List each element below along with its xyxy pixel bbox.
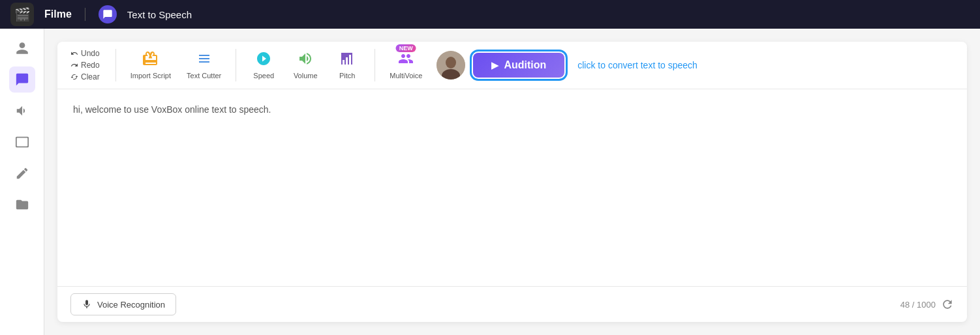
- text-cutter-icon: [196, 51, 212, 69]
- pitch-button[interactable]: Pitch: [328, 47, 367, 83]
- multivoice-label: MultiVoice: [390, 72, 422, 80]
- volume-label: Volume: [294, 72, 318, 80]
- sidebar: [0, 29, 44, 335]
- editor-text: hi, welcome to use VoxBox online text to…: [73, 104, 271, 115]
- play-icon: ▶: [491, 60, 498, 70]
- sidebar-item-media[interactable]: [9, 129, 35, 155]
- toolbar: Undo Redo Clear Import Script: [57, 42, 967, 89]
- audition-button[interactable]: ▶ Audition: [473, 53, 564, 78]
- speed-label: Speed: [253, 72, 274, 80]
- speed-button[interactable]: Speed: [244, 47, 283, 83]
- undo-group: Undo Redo Clear: [68, 48, 102, 83]
- bottom-bar: Voice Recognition 48 / 1000: [57, 286, 967, 322]
- speed-icon: [256, 51, 271, 69]
- volume-icon: [298, 51, 313, 69]
- sidebar-item-tts[interactable]: [9, 66, 35, 93]
- multivoice-icon: [398, 51, 414, 69]
- import-script-label: Import Script: [130, 72, 171, 80]
- volume-button[interactable]: Volume: [286, 47, 325, 83]
- refresh-icon[interactable]: [941, 298, 954, 311]
- pitch-label: Pitch: [339, 72, 355, 80]
- main-wrapper: Undo Redo Clear Import Script: [44, 29, 980, 335]
- app-logo: 🎬: [10, 3, 34, 26]
- text-cutter-button[interactable]: Text Cutter: [180, 47, 228, 83]
- voice-avatar[interactable]: [436, 51, 465, 80]
- toolbar-sep-3: [375, 49, 375, 81]
- toolbar-sep-2: [236, 49, 236, 81]
- titlebar-divider: [85, 8, 85, 21]
- import-script-icon: [143, 51, 159, 69]
- convert-hint: click to convert text to speech: [577, 60, 697, 70]
- char-count: 48 / 1000: [900, 298, 954, 311]
- voice-recognition-button[interactable]: Voice Recognition: [70, 293, 176, 315]
- toolbar-sep-1: [115, 49, 116, 81]
- app-name: Filme: [44, 8, 72, 20]
- new-badge: NEW: [396, 44, 416, 52]
- import-script-button[interactable]: Import Script: [124, 47, 177, 83]
- clear-button[interactable]: Clear: [68, 71, 102, 83]
- mic-icon: [82, 299, 92, 310]
- content-panel: Undo Redo Clear Import Script: [57, 42, 967, 322]
- text-editor[interactable]: hi, welcome to use VoxBox online text to…: [57, 89, 967, 286]
- char-count-text: 48 / 1000: [900, 300, 936, 310]
- section-name: Text to Speech: [127, 9, 192, 20]
- voice-recognition-label: Voice Recognition: [97, 300, 165, 310]
- multivoice-button[interactable]: NEW MultiVoice: [383, 47, 429, 83]
- svg-point-1: [446, 57, 456, 68]
- redo-button[interactable]: Redo: [68, 59, 102, 71]
- sidebar-item-edit[interactable]: [9, 160, 35, 186]
- undo-button[interactable]: Undo: [68, 48, 102, 59]
- sidebar-item-folder[interactable]: [9, 192, 35, 218]
- pitch-icon: [339, 51, 355, 69]
- text-cutter-label: Text Cutter: [187, 72, 221, 80]
- sidebar-item-profile[interactable]: [9, 35, 35, 61]
- titlebar: 🎬 Filme Text to Speech: [0, 0, 980, 29]
- section-icon: [99, 5, 117, 23]
- sidebar-item-waveform[interactable]: [9, 98, 35, 124]
